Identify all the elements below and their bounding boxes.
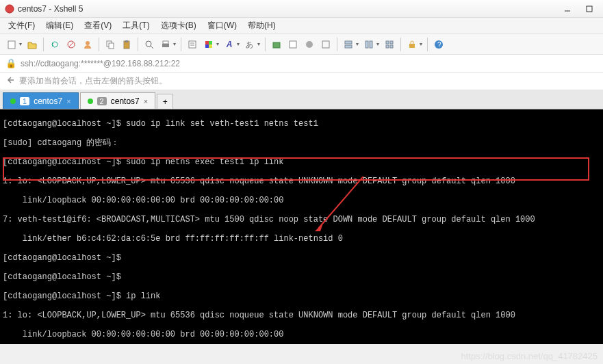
dropdown-icon[interactable]: ▾ — [237, 41, 240, 47]
close-icon[interactable]: × — [144, 97, 148, 105]
svg-rect-3 — [8, 41, 15, 49]
help-button[interactable]: ? — [431, 37, 446, 52]
terminal-line: [cdtaogang@localhost ~]$ — [3, 253, 600, 263]
svg-rect-24 — [290, 41, 296, 48]
terminal-line: 1: lo: <LOOPBACK,UP,LOWER_UP> mtu 65536 … — [3, 311, 600, 320]
script-button[interactable] — [285, 37, 300, 52]
dropdown-icon[interactable]: ▾ — [216, 41, 219, 47]
svg-line-5 — [69, 42, 73, 47]
terminal-line: [cdtaogang@localhost ~]$ sudo ip netns e… — [3, 157, 600, 167]
vertical-split-button[interactable] — [361, 37, 376, 52]
dropdown-icon[interactable]: ▾ — [19, 41, 22, 47]
svg-rect-34 — [390, 45, 393, 48]
separator — [427, 38, 428, 51]
reconnect-button[interactable] — [47, 37, 62, 52]
svg-rect-21 — [209, 44, 212, 48]
svg-rect-28 — [345, 45, 352, 48]
svg-line-12 — [151, 46, 153, 49]
tab-label: centos7 — [34, 96, 62, 106]
tab-number: 2 — [97, 97, 107, 105]
lock-button[interactable] — [405, 37, 420, 52]
search-button[interactable] — [142, 37, 157, 52]
address-text[interactable]: ssh://cdtaogang:*******@192.168.88.212:2… — [21, 59, 180, 68]
terminal-line: link/loopback 00:00:00:00:00:00 brd 00:0… — [3, 196, 600, 205]
svg-text:あ: あ — [246, 40, 253, 49]
separator — [43, 38, 44, 51]
tab-label: centos7 — [111, 96, 140, 106]
minimize-button[interactable] — [558, 3, 577, 15]
separator — [400, 38, 401, 51]
hintbar: 要添加当前会话，点击左侧的箭头按钮。 — [0, 73, 603, 90]
app-icon — [4, 3, 15, 14]
svg-rect-26 — [322, 41, 329, 48]
terminal-line: link/ether b6:c4:62:da:c6:5e brd ff:ff:f… — [3, 234, 600, 244]
menu-file[interactable]: 文件(F) — [3, 18, 40, 34]
dropdown-icon[interactable]: ▾ — [173, 41, 176, 47]
terminal-line: 1: lo: <LOOPBACK,UP,LOWER_UP> mtu 65536 … — [3, 177, 600, 186]
status-dot-icon — [88, 99, 93, 104]
separator — [265, 38, 266, 51]
svg-rect-29 — [365, 41, 368, 48]
window-title: centos7 - Xshell 5 — [18, 4, 83, 14]
close-icon[interactable]: × — [66, 97, 70, 105]
menu-window[interactable]: 窗口(W) — [202, 18, 242, 34]
paste-button[interactable] — [119, 37, 134, 52]
open-button[interactable] — [25, 37, 40, 52]
encoding-button[interactable]: あ — [242, 37, 257, 52]
font-button[interactable]: A — [222, 37, 237, 52]
properties-button[interactable] — [185, 37, 200, 52]
tunnel-button[interactable] — [302, 37, 317, 52]
svg-rect-8 — [109, 43, 114, 49]
menu-edit[interactable]: 编辑(E) — [40, 18, 79, 34]
svg-point-11 — [146, 41, 151, 47]
profile-button[interactable] — [80, 37, 95, 52]
titlebar: centos7 - Xshell 5 — [0, 0, 603, 18]
svg-rect-35 — [409, 44, 415, 48]
horizontal-split-button[interactable] — [341, 37, 356, 52]
svg-rect-15 — [189, 41, 196, 48]
svg-rect-18 — [205, 41, 209, 44]
separator — [99, 38, 99, 51]
svg-rect-2 — [587, 6, 592, 12]
svg-rect-27 — [345, 41, 352, 44]
status-dot-icon — [10, 99, 16, 104]
dropdown-icon[interactable]: ▾ — [257, 41, 260, 47]
svg-rect-31 — [386, 41, 389, 44]
svg-rect-10 — [125, 40, 128, 42]
menu-tools[interactable]: 工具(T) — [117, 18, 155, 34]
add-tab-button[interactable]: + — [157, 94, 173, 109]
terminal-line: [cdtaogang@localhost ~]$ sudo ip link se… — [3, 119, 600, 129]
terminal[interactable]: [cdtaogang@localhost ~]$ sudo ip link se… — [0, 109, 603, 344]
separator — [181, 38, 181, 51]
tab-centos7-2[interactable]: 2 centos7 × — [80, 92, 156, 109]
separator — [337, 38, 337, 51]
svg-rect-20 — [205, 44, 209, 48]
fullscreen-button[interactable] — [318, 37, 333, 52]
new-button[interactable] — [4, 37, 19, 52]
maximize-button[interactable] — [580, 3, 599, 15]
menu-help[interactable]: 帮助(H) — [242, 18, 281, 34]
arrow-left-icon[interactable] — [5, 75, 15, 87]
svg-rect-23 — [273, 42, 280, 48]
color-button[interactable] — [201, 37, 216, 52]
print-button[interactable] — [158, 37, 173, 52]
transfer-button[interactable] — [269, 37, 284, 52]
svg-point-6 — [86, 41, 90, 45]
svg-rect-30 — [370, 41, 372, 48]
menubar: 文件(F) 编辑(E) 查看(V) 工具(T) 选项卡(B) 窗口(W) 帮助(… — [0, 18, 603, 34]
menu-tab[interactable]: 选项卡(B) — [155, 18, 202, 34]
dropdown-icon[interactable]: ▾ — [420, 41, 422, 47]
dropdown-icon[interactable]: ▾ — [376, 41, 379, 47]
toolbar: ▾ ▾ ▾ A▾ あ▾ ▾ ▾ ▾ ? — [0, 34, 603, 55]
disconnect-button[interactable] — [64, 37, 79, 52]
menu-view[interactable]: 查看(V) — [79, 18, 117, 34]
separator — [138, 38, 138, 51]
dropdown-icon[interactable]: ▾ — [356, 41, 359, 47]
copy-button[interactable] — [103, 37, 118, 52]
terminal-line: link/loopback 00:00:00:00:00:00 brd 00:0… — [3, 330, 600, 339]
tile-button[interactable] — [382, 37, 397, 52]
tab-centos7-1[interactable]: 1 centos7 × — [3, 92, 79, 109]
tabbar: 1 centos7 × 2 centos7 × + — [0, 90, 603, 109]
svg-point-25 — [306, 41, 313, 48]
svg-rect-13 — [163, 41, 168, 44]
